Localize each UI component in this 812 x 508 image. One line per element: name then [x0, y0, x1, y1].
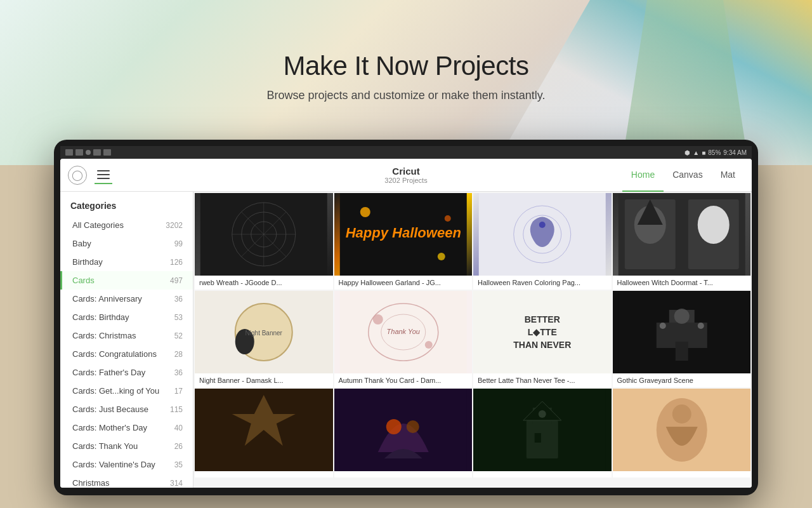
app-header-center: Cricut 3202 Projects	[384, 166, 427, 184]
project-image-10	[334, 389, 473, 471]
sidebar-item-cards-just-because[interactable]: Cards: Just Because 115	[60, 400, 193, 418]
sidebar-item-count: 36	[174, 295, 183, 304]
sidebar-item-label: Cards	[72, 276, 95, 285]
svg-point-43	[697, 323, 704, 329]
grid-item-9[interactable]	[195, 389, 333, 478]
sidebar-item-christmas[interactable]: Christmas 314	[60, 474, 193, 488]
sidebar-item-count: 126	[170, 258, 183, 267]
grid-item-5[interactable]: Night Banner Night Banner - Damask L...	[195, 291, 333, 387]
sidebar-item-count: 28	[174, 350, 183, 359]
sidebar-item-cards-mothers-day[interactable]: Cards: Mother's Day 40	[60, 418, 193, 437]
svg-point-52	[539, 410, 546, 418]
project-image-8	[613, 291, 751, 373]
grid-item-7[interactable]: BETTER L◆TTE THAN NEVER Better Latte Tha…	[473, 291, 612, 387]
grid-item-1[interactable]: rweb Wreath - JGoode D...	[195, 193, 333, 290]
grid-item-4[interactable]: Halloween Witch Doormat - T...	[613, 193, 751, 290]
project-image-5: Night Banner	[195, 291, 333, 373]
project-label-6: Autumn Thank You Card - Dam...	[334, 373, 473, 387]
sidebar-item-birthday[interactable]: Birthday 126	[60, 253, 193, 271]
app-header-left: ◯	[68, 166, 144, 185]
project-image-12	[613, 389, 751, 471]
grid-item-6[interactable]: Thank You Autumn Thank You Card - Dam...	[334, 291, 473, 387]
project-label-4: Halloween Witch Doormat - T...	[613, 276, 751, 290]
sidebar-item-count: 35	[174, 460, 183, 469]
page-header: Make It Now Projects Browse projects and…	[0, 0, 812, 152]
svg-point-42	[659, 323, 665, 329]
sidebar-item-label: Cards: Christmas	[72, 331, 136, 340]
sidebar-item-label: Baby	[72, 239, 91, 248]
sidebar-item-cards-fathers-day[interactable]: Cards: Father's Day 36	[60, 363, 193, 382]
tab-home[interactable]: Home	[622, 159, 664, 192]
svg-point-10	[360, 207, 370, 217]
grid-item-3[interactable]: Halloween Raven Coloring Pag...	[473, 193, 612, 290]
sidebar-item-count: 497	[170, 276, 183, 285]
sidebar-item-baby[interactable]: Baby 99	[60, 234, 193, 253]
page-title: Make It Now Projects	[284, 51, 529, 81]
project-image-7: BETTER L◆TTE THAN NEVER	[473, 291, 612, 373]
sidebar-item-label: Cards: Congratulations	[72, 349, 157, 359]
svg-point-31	[372, 314, 383, 324]
sidebar-item-label: Christmas	[72, 478, 110, 488]
app-nav-tabs: Home Canvas Mat	[622, 159, 744, 192]
sidebar-item-label: Cards: Just Because	[72, 404, 148, 414]
sidebar-item-count: 115	[170, 405, 183, 414]
project-image-4	[613, 193, 751, 276]
sidebar-item-count: 53	[174, 313, 183, 322]
hamburger-menu-icon[interactable]	[95, 166, 112, 184]
sidebar-item-cards-anniversary[interactable]: Cards: Anniversary 36	[60, 290, 193, 308]
app-header: ◯ Cricut 3202 Projects Home Canvas Mat	[60, 159, 752, 192]
sidebar-item-label: Cards: Birthday	[72, 312, 129, 322]
sidebar-item-cards-christmas[interactable]: Cards: Christmas 52	[60, 326, 193, 345]
user-avatar-icon[interactable]: ◯	[68, 166, 87, 185]
svg-point-55	[672, 404, 691, 424]
grid-item-11[interactable]	[473, 389, 612, 478]
sidebar-item-count: 314	[170, 479, 183, 488]
project-label-10	[334, 471, 473, 478]
svg-point-22	[697, 206, 729, 244]
project-label-7: Better Latte Than Never Tee -...	[473, 373, 612, 387]
sidebar-item-all-categories[interactable]: All Categories 3202	[60, 216, 193, 234]
sidebar-item-count: 52	[174, 331, 183, 340]
svg-point-46	[386, 419, 401, 434]
grid-item-2[interactable]: Happy Halloween Happy Halloween Garland …	[334, 193, 473, 290]
sidebar-item-label: All Categories	[72, 220, 124, 230]
sidebar-item-cards[interactable]: Cards 497	[60, 271, 193, 290]
project-count: 3202 Projects	[384, 177, 427, 184]
sidebar-item-label: Cards: Thank You	[72, 441, 138, 451]
svg-text:L◆TTE: L◆TTE	[528, 327, 557, 337]
grid-item-10[interactable]	[334, 389, 473, 478]
project-label-3: Halloween Raven Coloring Pag...	[473, 276, 612, 290]
tablet-screen: ◯ Cricut 3202 Projects Home Canvas Mat	[60, 159, 752, 488]
project-image-1	[195, 193, 333, 276]
project-label-2: Happy Halloween Garland - JG...	[334, 276, 473, 290]
sidebar-item-cards-valentines-day[interactable]: Cards: Valentine's Day 35	[60, 455, 193, 474]
project-label-12	[613, 471, 751, 478]
project-label-1: rweb Wreath - JGoode D...	[195, 276, 333, 290]
svg-point-11	[437, 253, 445, 260]
project-image-2: Happy Halloween	[334, 193, 473, 276]
sidebar-item-label: Cards: Anniversary	[72, 294, 142, 304]
grid-item-8[interactable]: Gothic Graveyard Scene	[613, 291, 751, 387]
tab-canvas[interactable]: Canvas	[664, 159, 711, 192]
sidebar-item-cards-birthday[interactable]: Cards: Birthday 53	[60, 308, 193, 326]
content-area: rweb Wreath - JGoode D... Happy Hallowee…	[193, 192, 752, 488]
sidebar-item-count: 99	[174, 239, 183, 248]
sidebar-item-cards-thank-you[interactable]: Cards: Thank You 26	[60, 437, 193, 455]
sidebar-item-count: 26	[174, 442, 183, 451]
svg-point-32	[424, 341, 432, 349]
grid-item-12[interactable]	[613, 389, 751, 478]
svg-text:Night Banner: Night Banner	[246, 330, 283, 337]
project-image-9	[195, 389, 333, 471]
sidebar: Categories All Categories 3202 Baby 99 B…	[60, 192, 193, 488]
sidebar-item-cards-get-thinking[interactable]: Cards: Get...king of You 17	[60, 382, 193, 400]
sidebar-item-cards-congratulations[interactable]: Cards: Congratulations 28	[60, 345, 193, 363]
project-label-5: Night Banner - Damask L...	[195, 373, 333, 387]
app-name: Cricut	[384, 166, 427, 177]
sidebar-item-count: 3202	[166, 221, 183, 230]
svg-point-47	[406, 420, 419, 433]
svg-point-40	[674, 309, 689, 324]
project-image-6: Thank You	[334, 291, 473, 373]
tablet-frame: ⬢ ▲ ■ 85% 9:34 AM ◯ Cricut 3202 Projects	[54, 140, 758, 495]
tab-mat[interactable]: Mat	[712, 159, 744, 192]
sidebar-item-label: Cards: Get...king of You	[72, 386, 159, 396]
